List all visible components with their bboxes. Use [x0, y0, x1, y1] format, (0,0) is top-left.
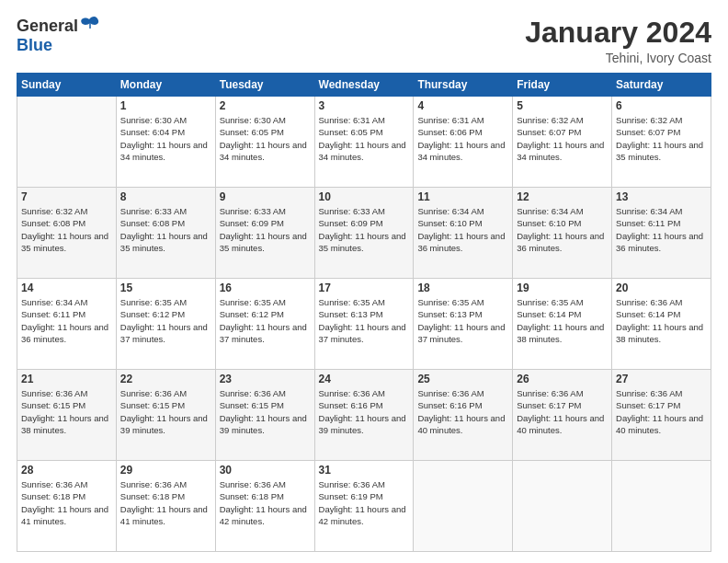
sunrise-text: Sunrise: 6:36 AM [120, 478, 211, 490]
logo: General Blue [17, 17, 100, 55]
th-sunday: Sunday [17, 74, 117, 97]
sunrise-text: Sunrise: 6:35 AM [417, 296, 508, 308]
daylight-text: Daylight: 11 hours and 39 minutes. [220, 412, 311, 437]
th-monday: Monday [116, 74, 215, 97]
sunrise-text: Sunrise: 6:36 AM [616, 296, 707, 308]
sunrise-text: Sunrise: 6:32 AM [517, 114, 608, 126]
table-row: 31 Sunrise: 6:36 AM Sunset: 6:19 PM Dayl… [314, 461, 414, 552]
table-row: 10 Sunrise: 6:33 AM Sunset: 6:09 PM Dayl… [314, 188, 414, 279]
table-row: 22 Sunrise: 6:36 AM Sunset: 6:15 PM Dayl… [116, 370, 215, 461]
day-detail: Sunrise: 6:36 AM Sunset: 6:18 PM Dayligh… [120, 478, 211, 527]
day-number: 13 [616, 190, 707, 203]
daylight-text: Daylight: 11 hours and 41 minutes. [120, 503, 211, 528]
table-row: 5 Sunrise: 6:32 AM Sunset: 6:07 PM Dayli… [513, 97, 612, 188]
table-row: 12 Sunrise: 6:34 AM Sunset: 6:10 PM Dayl… [513, 188, 612, 279]
day-number: 28 [21, 464, 112, 477]
day-detail: Sunrise: 6:36 AM Sunset: 6:15 PM Dayligh… [220, 387, 311, 436]
calendar-week-row: 21 Sunrise: 6:36 AM Sunset: 6:15 PM Dayl… [17, 370, 711, 461]
table-row: 20 Sunrise: 6:36 AM Sunset: 6:14 PM Dayl… [612, 279, 711, 370]
sunrise-text: Sunrise: 6:33 AM [319, 205, 410, 217]
sunrise-text: Sunrise: 6:33 AM [120, 205, 211, 217]
daylight-text: Daylight: 11 hours and 35 minutes. [21, 230, 112, 255]
daylight-text: Daylight: 11 hours and 40 minutes. [616, 412, 707, 437]
sunrise-text: Sunrise: 6:34 AM [517, 205, 608, 217]
sunset-text: Sunset: 6:12 PM [120, 308, 211, 320]
sunset-text: Sunset: 6:17 PM [517, 399, 608, 411]
day-number: 15 [120, 282, 211, 294]
sunset-text: Sunset: 6:15 PM [21, 399, 112, 411]
daylight-text: Daylight: 11 hours and 36 minutes. [517, 230, 608, 255]
day-detail: Sunrise: 6:34 AM Sunset: 6:10 PM Dayligh… [417, 205, 508, 254]
daylight-text: Daylight: 11 hours and 40 minutes. [517, 412, 608, 437]
daylight-text: Daylight: 11 hours and 34 minutes. [417, 139, 508, 164]
day-detail: Sunrise: 6:36 AM Sunset: 6:18 PM Dayligh… [21, 478, 112, 527]
day-detail: Sunrise: 6:33 AM Sunset: 6:09 PM Dayligh… [319, 205, 410, 254]
table-row [612, 461, 711, 552]
daylight-text: Daylight: 11 hours and 39 minutes. [319, 412, 410, 437]
day-detail: Sunrise: 6:36 AM Sunset: 6:17 PM Dayligh… [517, 387, 608, 436]
sunset-text: Sunset: 6:05 PM [319, 126, 410, 138]
sunset-text: Sunset: 6:08 PM [120, 217, 211, 229]
sunrise-text: Sunrise: 6:34 AM [21, 296, 112, 308]
sunset-text: Sunset: 6:07 PM [616, 126, 707, 138]
day-number: 8 [120, 190, 211, 203]
table-row: 8 Sunrise: 6:33 AM Sunset: 6:08 PM Dayli… [116, 188, 215, 279]
sunrise-text: Sunrise: 6:36 AM [220, 478, 311, 490]
sunrise-text: Sunrise: 6:36 AM [21, 387, 112, 399]
daylight-text: Daylight: 11 hours and 36 minutes. [417, 230, 508, 255]
table-row: 27 Sunrise: 6:36 AM Sunset: 6:17 PM Dayl… [612, 370, 711, 461]
sunset-text: Sunset: 6:12 PM [220, 308, 311, 320]
calendar-title: January 2024 [525, 17, 711, 49]
logo-general-text: General [17, 17, 78, 36]
table-row: 26 Sunrise: 6:36 AM Sunset: 6:17 PM Dayl… [513, 370, 612, 461]
table-row: 29 Sunrise: 6:36 AM Sunset: 6:18 PM Dayl… [116, 461, 215, 552]
sunrise-text: Sunrise: 6:30 AM [120, 114, 211, 126]
daylight-text: Daylight: 11 hours and 38 minutes. [517, 321, 608, 346]
day-number: 24 [319, 373, 410, 385]
daylight-text: Daylight: 11 hours and 37 minutes. [220, 321, 311, 346]
sunset-text: Sunset: 6:09 PM [319, 217, 410, 229]
day-number: 17 [319, 282, 410, 294]
day-number: 19 [517, 282, 608, 294]
sunrise-text: Sunrise: 6:33 AM [220, 205, 311, 217]
sunrise-text: Sunrise: 6:36 AM [21, 478, 112, 490]
daylight-text: Daylight: 11 hours and 36 minutes. [21, 321, 112, 346]
daylight-text: Daylight: 11 hours and 37 minutes. [120, 321, 211, 346]
day-number: 12 [517, 190, 608, 203]
sunrise-text: Sunrise: 6:36 AM [319, 387, 410, 399]
day-detail: Sunrise: 6:32 AM Sunset: 6:07 PM Dayligh… [616, 114, 707, 163]
day-number: 30 [220, 464, 311, 477]
day-detail: Sunrise: 6:30 AM Sunset: 6:04 PM Dayligh… [120, 114, 211, 163]
sunrise-text: Sunrise: 6:36 AM [120, 387, 211, 399]
sunrise-text: Sunrise: 6:34 AM [616, 205, 707, 217]
daylight-text: Daylight: 11 hours and 40 minutes. [417, 412, 508, 437]
sunset-text: Sunset: 6:17 PM [616, 399, 707, 411]
day-detail: Sunrise: 6:35 AM Sunset: 6:12 PM Dayligh… [220, 296, 311, 345]
day-detail: Sunrise: 6:30 AM Sunset: 6:05 PM Dayligh… [220, 114, 311, 163]
daylight-text: Daylight: 11 hours and 34 minutes. [220, 139, 311, 164]
sunset-text: Sunset: 6:09 PM [220, 217, 311, 229]
day-number: 22 [120, 373, 211, 385]
sunset-text: Sunset: 6:15 PM [120, 399, 211, 411]
day-number: 21 [21, 373, 112, 385]
day-number: 25 [417, 373, 508, 385]
daylight-text: Daylight: 11 hours and 35 minutes. [319, 230, 410, 255]
sunrise-text: Sunrise: 6:35 AM [319, 296, 410, 308]
table-row: 1 Sunrise: 6:30 AM Sunset: 6:04 PM Dayli… [116, 97, 215, 188]
table-row: 24 Sunrise: 6:36 AM Sunset: 6:16 PM Dayl… [314, 370, 414, 461]
sunrise-text: Sunrise: 6:35 AM [517, 296, 608, 308]
daylight-text: Daylight: 11 hours and 41 minutes. [21, 503, 112, 528]
day-number: 9 [220, 190, 311, 203]
sunset-text: Sunset: 6:10 PM [417, 217, 508, 229]
day-number: 6 [616, 99, 707, 112]
sunset-text: Sunset: 6:06 PM [417, 126, 508, 138]
header: General Blue January 2024 Tehini, Ivory … [17, 17, 711, 65]
daylight-text: Daylight: 11 hours and 39 minutes. [120, 412, 211, 437]
day-number: 14 [21, 282, 112, 294]
daylight-text: Daylight: 11 hours and 38 minutes. [616, 321, 707, 346]
day-detail: Sunrise: 6:36 AM Sunset: 6:15 PM Dayligh… [21, 387, 112, 436]
table-row: 11 Sunrise: 6:34 AM Sunset: 6:10 PM Dayl… [414, 188, 513, 279]
day-detail: Sunrise: 6:34 AM Sunset: 6:10 PM Dayligh… [517, 205, 608, 254]
sunrise-text: Sunrise: 6:36 AM [517, 387, 608, 399]
logo-bird-icon [80, 16, 100, 34]
